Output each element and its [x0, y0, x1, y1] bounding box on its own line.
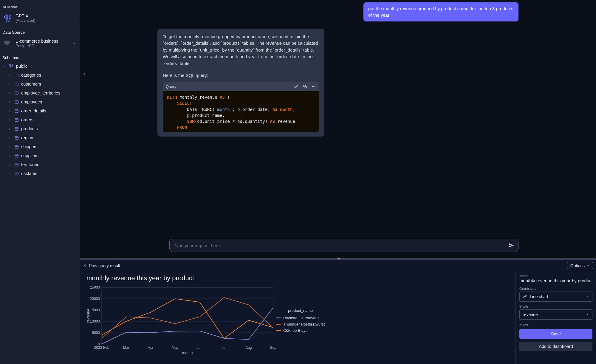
table-row-employee_territories[interactable]: employee_territories: [7, 89, 77, 97]
table-icon: [14, 171, 19, 176]
options-label: Options: [570, 263, 585, 268]
svg-point-1: [9, 21, 10, 22]
options-button[interactable]: Options: [567, 262, 593, 269]
add-to-dashboard-button[interactable]: Add to dashboard: [519, 342, 592, 351]
send-button[interactable]: [508, 242, 515, 249]
sidebar: AI Model GPT-4 (Advanced) Data Source: [0, 0, 80, 364]
more-icon[interactable]: [311, 84, 316, 89]
schemas-label: Schemas: [2, 54, 77, 61]
brain-icon: [3, 13, 13, 23]
app-root: AI Model GPT-4 (Advanced) Data Source: [0, 0, 596, 364]
table-row-usstates[interactable]: usstates: [7, 169, 77, 178]
svg-rect-13: [15, 145, 18, 148]
table-name: orders: [21, 117, 33, 122]
data-source-label: Data Source: [2, 28, 77, 36]
svg-rect-6: [15, 83, 18, 86]
table-icon: [14, 73, 19, 78]
table-row-territories[interactable]: territories: [7, 160, 77, 169]
chart-name-input[interactable]: [519, 278, 592, 284]
name-field-label: Name: [519, 274, 592, 278]
chevron-right-icon: [8, 74, 12, 77]
svg-text:Jul: Jul: [222, 346, 226, 350]
chevron-right-icon: [8, 163, 12, 166]
table-name: customers: [21, 82, 41, 86]
svg-text:20000: 20000: [90, 297, 100, 301]
table-name: products: [21, 126, 38, 131]
table-name: territories: [21, 162, 39, 167]
save-button[interactable]: Save: [519, 329, 592, 339]
back-button[interactable]: Raw query result: [83, 263, 120, 268]
svg-text:Jun: Jun: [197, 346, 202, 350]
query-block: Query WITH monthly_: [163, 82, 319, 132]
chevron-right-icon: [8, 83, 12, 86]
data-source-picker[interactable]: E-commerce business PostgreSQL: [2, 37, 77, 50]
graph-type-label: Graph type: [519, 287, 592, 290]
check-icon[interactable]: [294, 84, 298, 89]
trend-icon: [523, 294, 527, 299]
schema-row-public[interactable]: public: [2, 62, 77, 71]
x-axis-label: X axis: [519, 323, 592, 326]
table-icon: [14, 91, 19, 95]
svg-text:revenue: revenue: [86, 309, 90, 323]
table-row-orders[interactable]: orders: [7, 115, 77, 124]
chevron-right-icon: [8, 136, 12, 140]
table-icon: [14, 109, 19, 113]
graph-type-select[interactable]: Line chart: [519, 292, 592, 302]
svg-point-20: [313, 86, 314, 87]
composer-input[interactable]: [173, 243, 508, 248]
svg-text:10000: 10000: [90, 319, 100, 323]
table-icon: [14, 100, 19, 104]
schema-icon: [9, 64, 14, 69]
main-pane: get the monthly revenue grouped by produ…: [80, 0, 596, 364]
table-row-order_details[interactable]: order_details: [7, 106, 77, 115]
table-row-region[interactable]: region: [7, 133, 77, 142]
svg-text:Aug: Aug: [245, 346, 252, 350]
legend-item: Raclette Courdavault: [276, 316, 325, 320]
vertical-splitter[interactable]: [80, 257, 596, 260]
table-name: suppliers: [21, 153, 38, 158]
table-row-suppliers[interactable]: suppliers: [7, 151, 77, 160]
table-row-shippers[interactable]: shippers: [7, 142, 77, 151]
svg-text:month: month: [182, 351, 193, 355]
chevron-right-icon: [8, 172, 12, 175]
chat-area: get the monthly revenue grouped by produ…: [80, 0, 596, 257]
ai-model-picker[interactable]: GPT-4 (Advanced): [2, 12, 77, 25]
table-icon: [14, 145, 19, 149]
result-panel: Raw query result Options monthly revenue…: [80, 260, 596, 364]
legend-item: Thüringer Rostbratwurst: [276, 322, 325, 326]
svg-text:Sep: Sep: [270, 346, 276, 350]
legend-title: product_name: [276, 308, 325, 313]
table-icon: [14, 136, 19, 140]
svg-text:15000: 15000: [90, 308, 100, 312]
svg-rect-16: [15, 172, 18, 175]
svg-text:Mar: Mar: [123, 346, 129, 350]
ai-model-sub: (Advanced): [16, 18, 35, 23]
svg-text:5000: 5000: [92, 331, 100, 335]
copy-icon[interactable]: [303, 84, 307, 89]
legend-swatch: [276, 317, 281, 318]
table-name: usstates: [21, 171, 37, 176]
table-row-employees[interactable]: employees: [7, 97, 77, 106]
svg-rect-10: [15, 118, 18, 121]
svg-text:May: May: [172, 346, 179, 350]
sql-code: WITH monthly_revenue AS ( SELECT DATE_TR…: [163, 91, 319, 132]
chart-title: monthly revenue this year by product: [86, 274, 510, 282]
chevron-right-icon: [8, 109, 12, 113]
y-axis-select[interactable]: revenue: [519, 309, 592, 320]
table-row-categories[interactable]: categories: [7, 71, 77, 80]
svg-point-21: [315, 86, 315, 87]
chevron-right-icon: [8, 145, 12, 148]
y-axis-label: Y axis: [519, 305, 592, 308]
query-label: Query: [166, 84, 176, 90]
table-name: employee_territories: [21, 91, 60, 95]
table-row-products[interactable]: products: [7, 124, 77, 133]
user-message: get the monthly revenue grouped by produ…: [363, 2, 518, 21]
svg-text:Apr: Apr: [148, 346, 154, 350]
svg-rect-2: [10, 64, 11, 66]
svg-rect-8: [15, 100, 18, 103]
chevron-right-icon: [8, 100, 12, 104]
table-row-customers[interactable]: customers: [7, 80, 77, 89]
y-axis-value: revenue: [523, 312, 538, 317]
data-source-sub: PostgreSQL: [16, 44, 58, 48]
graph-type-value: Line chart: [530, 294, 548, 299]
